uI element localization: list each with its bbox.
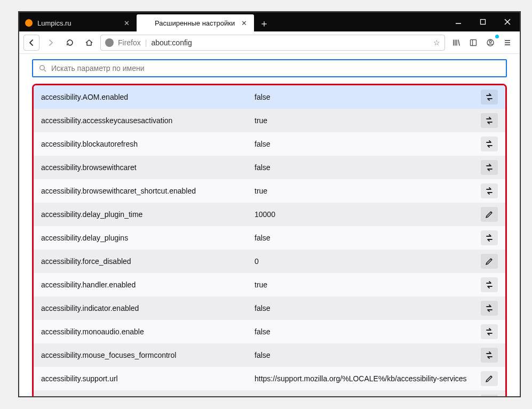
pref-row[interactable]: accessibility.blockautorefreshfalse — [34, 132, 505, 156]
toggle-button[interactable] — [481, 230, 498, 245]
content-area: accessibility.AOM.enabledfalseaccessibil… — [19, 54, 520, 396]
pref-row[interactable]: accessibility.browsewithcaretfalse — [34, 156, 505, 179]
bookmark-star-icon[interactable]: ☆ — [433, 38, 440, 47]
pref-value: false — [255, 140, 481, 148]
back-button[interactable] — [23, 35, 39, 51]
pref-name: accessibility.delay_plugin_time — [41, 210, 255, 219]
pref-name: accessibility.force_disabled — [41, 257, 255, 266]
toolbar: Firefox | about:config ☆ — [19, 31, 520, 54]
pref-name: accessibility.accesskeycausesactivation — [41, 116, 255, 125]
forward-button[interactable] — [43, 35, 59, 51]
pref-value: false — [255, 234, 481, 242]
toggle-button[interactable] — [481, 301, 498, 316]
pref-value: true — [255, 280, 481, 289]
pref-row[interactable]: accessibility.delay_pluginsfalse — [34, 226, 505, 250]
pref-row[interactable]: accessibility.monoaudio.enablefalse — [34, 320, 505, 343]
pref-name: accessibility.support.url — [41, 374, 255, 383]
toggle-button[interactable] — [481, 137, 498, 151]
account-button[interactable] — [482, 35, 498, 51]
pref-value: 0 — [255, 257, 481, 266]
urlbar-path: about:config — [151, 38, 429, 47]
pref-row[interactable]: accessibility.AOM.enabledfalse — [34, 85, 505, 109]
favicon-aboutconfig — [142, 19, 150, 27]
edit-button[interactable] — [481, 371, 498, 386]
edit-button[interactable] — [481, 254, 498, 269]
pref-row[interactable]: accessibility.indicator.enabledfalse — [34, 296, 505, 320]
pref-row[interactable]: accessibility.mouse_focuses_formcontrolf… — [34, 343, 505, 367]
pref-value: false — [255, 93, 481, 101]
pref-name: accessibility.blockautorefresh — [41, 140, 255, 148]
pref-search[interactable] — [32, 59, 507, 77]
pref-row[interactable]: accessibility.accesskeycausesactivationt… — [34, 109, 505, 132]
tab-label: Расширенные настройки — [155, 19, 235, 27]
pref-row[interactable]: accessibility.handler.enabledtrue — [34, 273, 505, 296]
pref-value: https://support.mozilla.org/%LOCALE%/kb/… — [255, 374, 481, 383]
tab-lumpics[interactable]: Lumpics.ru ✕ — [19, 14, 137, 31]
firefox-icon — [105, 38, 114, 47]
pref-row[interactable]: accessibility.tabfocus7 — [34, 390, 505, 396]
maximize-button[interactable] — [471, 12, 495, 31]
new-tab-button[interactable]: ＋ — [256, 15, 272, 31]
pref-value: false — [255, 327, 481, 336]
pref-value: true — [255, 116, 481, 125]
pref-name: accessibility.mouse_focuses_formcontrol — [41, 351, 255, 359]
prefs-table: accessibility.AOM.enabledfalseaccessibil… — [32, 84, 507, 396]
toolbar-right — [448, 35, 515, 51]
toggle-button[interactable] — [481, 90, 498, 105]
close-window-button[interactable] — [495, 12, 520, 31]
pref-row[interactable]: accessibility.support.urlhttps://support… — [34, 367, 505, 390]
svg-rect-1 — [481, 20, 486, 25]
tab-label: Lumpics.ru — [37, 19, 117, 27]
svg-line-12 — [44, 70, 46, 72]
toggle-button[interactable] — [481, 160, 498, 175]
reload-button[interactable] — [62, 35, 78, 51]
toggle-button[interactable] — [481, 277, 498, 292]
pref-value: false — [255, 351, 481, 359]
pref-name: accessibility.monoaudio.enable — [41, 327, 255, 336]
pref-value: false — [255, 304, 481, 312]
pref-row[interactable]: accessibility.delay_plugin_time10000 — [34, 203, 505, 226]
window-controls — [446, 12, 520, 31]
svg-rect-4 — [471, 39, 477, 45]
toggle-button[interactable] — [481, 183, 498, 198]
favicon-lumpics — [25, 19, 33, 27]
pref-value: 10000 — [255, 210, 481, 219]
pref-name: accessibility.AOM.enabled — [41, 93, 255, 101]
library-button[interactable] — [448, 35, 464, 51]
svg-point-11 — [40, 66, 45, 70]
pref-row[interactable]: accessibility.browsewithcaret_shortcut.e… — [34, 179, 505, 203]
toggle-button[interactable] — [481, 113, 498, 128]
pref-name: accessibility.handler.enabled — [41, 280, 255, 289]
urlbar-separator: | — [145, 38, 147, 47]
home-button[interactable] — [81, 35, 97, 51]
edit-button[interactable] — [481, 207, 498, 222]
tab-aboutconfig[interactable]: Расширенные настройки ✕ — [137, 14, 254, 31]
close-tab-icon[interactable]: ✕ — [239, 19, 249, 27]
pref-name: accessibility.indicator.enabled — [41, 304, 255, 312]
minimize-button[interactable] — [446, 12, 471, 31]
search-container — [19, 54, 520, 81]
pref-row[interactable]: accessibility.force_disabled0 — [34, 250, 505, 273]
search-icon — [38, 64, 47, 73]
svg-point-7 — [489, 41, 491, 43]
pref-name: accessibility.browsewithcaret — [41, 163, 255, 172]
app-menu-button[interactable] — [499, 35, 515, 51]
pref-name: accessibility.delay_plugins — [41, 234, 255, 242]
titlebar: Lumpics.ru ✕ Расширенные настройки ✕ ＋ — [19, 12, 520, 31]
browser-window: { "tabs": [ { "label": "Lumpics.ru" }, {… — [19, 12, 520, 397]
pref-value: false — [255, 163, 481, 172]
urlbar[interactable]: Firefox | about:config ☆ — [100, 35, 445, 51]
pref-name: accessibility.browsewithcaret_shortcut.e… — [41, 187, 255, 195]
toggle-button[interactable] — [481, 324, 498, 339]
urlbar-origin: Firefox — [118, 38, 141, 47]
search-input[interactable] — [51, 64, 501, 73]
pref-value: true — [255, 187, 481, 195]
close-tab-icon[interactable]: ✕ — [122, 19, 131, 27]
edit-button[interactable] — [481, 395, 498, 396]
toggle-button[interactable] — [481, 348, 498, 363]
sidebar-button[interactable] — [465, 35, 481, 51]
